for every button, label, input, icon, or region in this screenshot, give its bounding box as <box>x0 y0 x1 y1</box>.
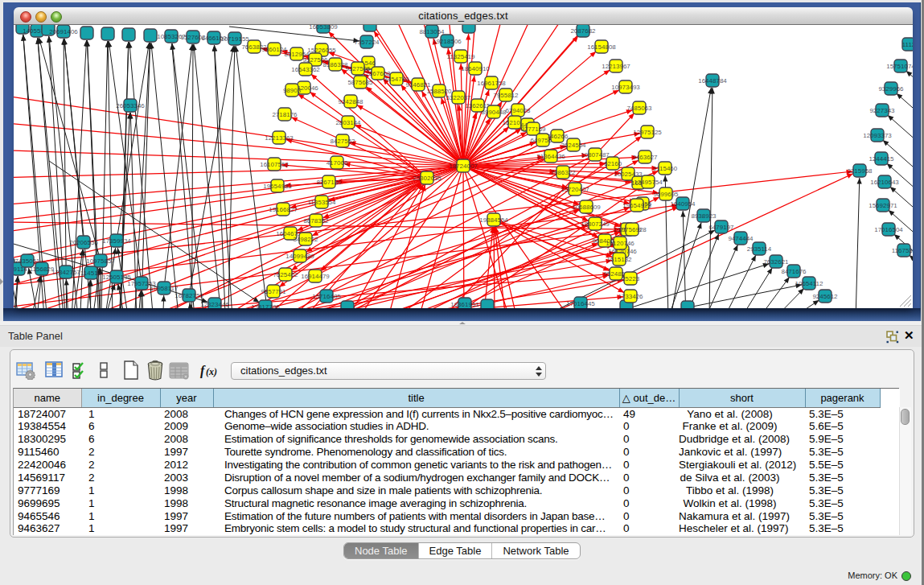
svg-text:10688609: 10688609 <box>572 204 601 211</box>
svg-text:1167533: 1167533 <box>892 247 913 254</box>
svg-text:16782759: 16782759 <box>175 292 203 299</box>
svg-text:14099489: 14099489 <box>285 253 314 260</box>
svg-text:9245612: 9245612 <box>812 293 838 300</box>
svg-text:18724007: 18724007 <box>449 163 478 170</box>
svg-text:3624554: 3624554 <box>561 142 586 149</box>
svg-text:8471676: 8471676 <box>781 268 807 275</box>
svg-text:18361951: 18361951 <box>450 301 479 308</box>
svg-text:10975857: 10975857 <box>86 257 115 265</box>
svg-text:1156829: 1156829 <box>30 266 55 273</box>
svg-text:2087682: 2087682 <box>570 27 596 35</box>
svg-text:25302035: 25302035 <box>413 175 441 182</box>
svg-text:13495754: 13495754 <box>634 179 663 186</box>
svg-text:15692971: 15692971 <box>869 202 897 209</box>
svg-text:1640954: 1640954 <box>670 200 696 208</box>
svg-text:18807249: 18807249 <box>581 220 610 228</box>
svg-text:10807487: 10807487 <box>581 151 610 159</box>
svg-text:1112: 1112 <box>902 41 913 48</box>
svg-text:3215958: 3215958 <box>847 167 873 175</box>
svg-text:15720407: 15720407 <box>561 186 589 193</box>
svg-text:15716485: 15716485 <box>312 293 341 300</box>
svg-text:26053346: 26053346 <box>116 102 145 109</box>
svg-text:16448784: 16448784 <box>698 77 727 84</box>
svg-text:9463627: 9463627 <box>632 154 658 161</box>
svg-text:12213967: 12213967 <box>602 63 630 70</box>
svg-text:5875685: 5875685 <box>347 79 373 86</box>
svg-text:19654923: 19654923 <box>622 202 651 209</box>
svg-text:8678352: 8678352 <box>303 217 329 225</box>
svg-text:1615132: 1615132 <box>606 256 632 263</box>
svg-text:12213363: 12213363 <box>265 134 294 142</box>
svg-text:17016504: 17016504 <box>874 226 903 233</box>
svg-text:9777169: 9777169 <box>520 126 546 133</box>
svg-text:746266: 746266 <box>547 133 569 140</box>
svg-text:19218506: 19218506 <box>433 38 462 45</box>
svg-text:7357224: 7357224 <box>354 39 380 46</box>
svg-text:12342757: 12342757 <box>51 269 80 276</box>
svg-text:7632621: 7632621 <box>763 258 789 266</box>
svg-text:7955812: 7955812 <box>493 92 519 99</box>
svg-text:13817796: 13817796 <box>251 303 280 308</box>
svg-text:1733426: 1733426 <box>618 293 643 300</box>
svg-text:8427552: 8427552 <box>330 138 355 145</box>
svg-text:18640910: 18640910 <box>461 65 490 72</box>
svg-text:9699695: 9699695 <box>653 191 679 198</box>
svg-text:17016445: 17016445 <box>566 300 595 307</box>
svg-text:62160: 62160 <box>604 160 622 167</box>
svg-text:16120746: 16120746 <box>606 240 634 247</box>
svg-text:16053809: 16053809 <box>309 25 338 31</box>
svg-text:10719155: 10719155 <box>220 35 249 43</box>
svg-text:7986322: 7986322 <box>550 169 576 176</box>
svg-text:11353554: 11353554 <box>308 199 337 206</box>
svg-text:16210643: 16210643 <box>870 179 899 186</box>
svg-text:12975125: 12975125 <box>633 129 662 136</box>
svg-text:10654112: 10654112 <box>795 280 824 287</box>
svg-text:9860124: 9860124 <box>261 46 287 53</box>
svg-text:9227343: 9227343 <box>869 107 895 114</box>
svg-text:9857791: 9857791 <box>261 288 286 295</box>
svg-text:11325419: 11325419 <box>447 53 476 60</box>
svg-text:417006: 417006 <box>326 159 348 167</box>
svg-text:9474444: 9474444 <box>728 235 754 242</box>
svg-text:10958117: 10958117 <box>150 285 179 292</box>
svg-text:16961758: 16961758 <box>477 80 506 87</box>
svg-text:9115460: 9115460 <box>653 165 678 172</box>
svg-text:19166827: 19166827 <box>269 206 298 213</box>
svg-text:16154808: 16154808 <box>587 43 616 51</box>
svg-text:19756928: 19756928 <box>618 226 647 233</box>
svg-text:16543362: 16543362 <box>291 66 320 73</box>
svg-text:f: f <box>200 364 206 378</box>
svg-text:(x): (x) <box>206 366 217 377</box>
svg-text:20691406: 20691406 <box>49 28 78 35</box>
svg-text:6479197: 6479197 <box>708 224 734 231</box>
svg-text:114519: 114519 <box>80 270 102 277</box>
svg-text:2803144: 2803144 <box>335 119 361 126</box>
svg-text:9329966: 9329966 <box>878 85 904 93</box>
svg-text:17359934: 17359934 <box>102 237 131 245</box>
svg-text:8267130: 8267130 <box>316 179 342 186</box>
svg-text:10973493: 10973493 <box>611 84 640 91</box>
svg-text:8938923: 8938923 <box>691 212 717 220</box>
svg-text:1244415: 1244415 <box>869 155 894 163</box>
svg-text:16107553: 16107553 <box>260 161 289 168</box>
svg-text:19384554: 19384554 <box>479 216 508 224</box>
svg-text:16914479: 16914479 <box>301 273 330 280</box>
svg-text:9242848: 9242848 <box>338 98 363 105</box>
svg-text:20206556: 20206556 <box>69 239 98 246</box>
svg-text:15226055: 15226055 <box>307 47 336 54</box>
svg-text:7625402: 7625402 <box>273 271 298 278</box>
svg-text:12323446: 12323446 <box>200 301 229 308</box>
svg-text:8186328: 8186328 <box>322 61 348 68</box>
svg-text:8813054: 8813054 <box>419 28 445 35</box>
svg-text:98903: 98903 <box>283 87 302 94</box>
svg-text:2935114: 2935114 <box>747 245 772 253</box>
svg-text:12093373: 12093373 <box>863 132 892 139</box>
svg-text:21364436: 21364436 <box>536 153 565 160</box>
svg-text:7485063: 7485063 <box>626 105 652 112</box>
svg-text:19654983: 19654983 <box>263 183 292 190</box>
svg-text:8990448: 8990448 <box>481 109 507 116</box>
svg-text:15751074: 15751074 <box>886 63 913 70</box>
svg-text:6794028: 6794028 <box>505 107 531 114</box>
svg-text:25223: 25223 <box>622 275 640 282</box>
svg-text:3498222: 3498222 <box>293 236 318 243</box>
